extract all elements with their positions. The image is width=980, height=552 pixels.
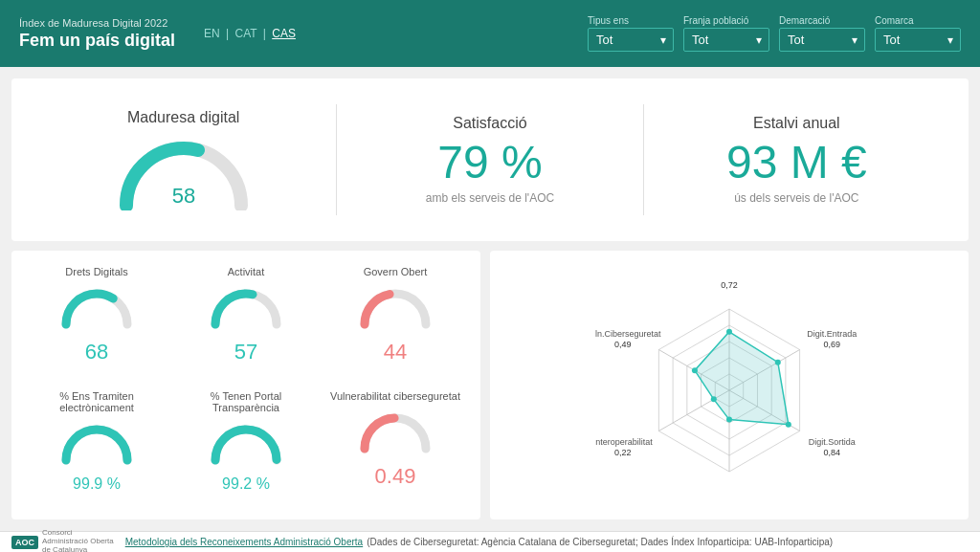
- svg-text:Digit.Entrada: Digit.Entrada: [807, 328, 857, 338]
- metric-item-1: Activitat 57: [176, 266, 316, 381]
- svg-text:0,69: 0,69: [823, 339, 840, 348]
- svg-text:Interoperabilitat: Interoperabilitat: [595, 436, 653, 446]
- filter-tipus-ens-label: Tipus ens: [588, 15, 674, 26]
- filter-franja-poblacio: Franja població Tot: [683, 15, 769, 52]
- metric-value-0: 68: [85, 340, 108, 364]
- filter-demarcacio: Demarcació Tot: [779, 15, 865, 52]
- metric-label-0: Drets Digitals: [65, 266, 127, 277]
- svg-point-15: [786, 421, 791, 427]
- footer-logo: AOC ConsorciAdministració Obertade Catal…: [11, 529, 114, 552]
- svg-text:0,72: 0,72: [721, 280, 738, 290]
- svg-text:Vuln.Ciberseguretat: Vuln.Ciberseguretat: [595, 328, 661, 338]
- metric-item-0: Drets Digitals 68: [27, 266, 167, 381]
- metric-gauge-svg-0: [54, 281, 140, 334]
- filters: Tipus ens Tot Franja població Tot Demarc…: [588, 15, 961, 52]
- metric-value-3: 99.9 %: [73, 475, 121, 493]
- header-main-title: Fem un país digital: [19, 31, 175, 51]
- metric-item-5: Vulnerabilitat ciberseguretat 0.49: [325, 390, 465, 505]
- metric-gauge-4: [203, 417, 289, 474]
- radar-chart: Contractació0,72Digit.Entrada0,69Digit.S…: [595, 280, 863, 491]
- metric-item-4: % Tenen Portal Transparència 99.2 %: [176, 390, 316, 505]
- metric-label-4: % Tenen Portal Transparència: [176, 390, 316, 413]
- filter-comarca-wrapper[interactable]: Tot: [875, 28, 961, 52]
- metric-label-1: Activitat: [228, 266, 265, 277]
- header-subtitle: Índex de Maduresa Digital 2022: [19, 17, 175, 29]
- bottom-row: Drets Digitals 68 Activitat 57 Govern Ob…: [11, 251, 969, 519]
- svg-point-16: [726, 416, 732, 422]
- svg-text:0,22: 0,22: [614, 447, 632, 456]
- metric-value-1: 57: [234, 340, 257, 364]
- logo-text: AOC: [11, 536, 38, 549]
- radar-panel: Contractació0,72Digit.Entrada0,69Digit.S…: [490, 251, 969, 519]
- svg-text:58: 58: [171, 184, 194, 208]
- metric-value-4: 99.2 %: [222, 475, 270, 493]
- kpi-estalvi-subtitle: ús dels serveis de l'AOC: [734, 191, 858, 205]
- kpi-satisfaccio: Satisfacció 79 % amb els serveis de l'AO…: [337, 115, 642, 205]
- svg-point-14: [775, 359, 781, 364]
- kpi-estalvi-value: 93 M €: [726, 140, 867, 186]
- metric-value-2: 44: [384, 340, 407, 364]
- footer-link[interactable]: Metodologia dels Reconeixements Administ…: [125, 537, 363, 547]
- metrics-panel: Drets Digitals 68 Activitat 57 Govern Ob…: [11, 251, 480, 519]
- metric-gauge-svg-5: [352, 406, 438, 458]
- kpi-maduresa-gauge: 58: [117, 134, 251, 210]
- filter-franja-wrapper[interactable]: Tot: [683, 28, 769, 52]
- footer: AOC ConsorciAdministració Obertade Catal…: [0, 531, 980, 552]
- kpi-satisfaccio-value: 79 %: [437, 140, 542, 186]
- kpi-satisfaccio-title: Satisfacció: [453, 115, 526, 132]
- svg-point-18: [692, 367, 698, 373]
- metric-label-5: Vulnerabilitat ciberseguretat: [330, 390, 460, 402]
- filter-franja-label: Franja població: [683, 15, 769, 26]
- metric-gauge-0: [54, 281, 140, 338]
- header-title: Índex de Maduresa Digital 2022 Fem un pa…: [19, 17, 175, 51]
- metric-value-5: 0.49: [375, 464, 416, 489]
- kpi-estalvi: Estalvi anual 93 M € ús dels serveis de …: [644, 115, 949, 205]
- filter-tipus-ens-select[interactable]: Tot: [588, 28, 674, 52]
- metric-gauge-svg-3: [54, 417, 140, 470]
- lang-cas[interactable]: CAS: [272, 27, 296, 40]
- filter-tipus-ens-wrapper[interactable]: Tot: [588, 28, 674, 52]
- main-content: Maduresa digital 58 Satisfacció 79 % amb…: [0, 67, 980, 531]
- kpi-satisfaccio-subtitle: amb els serveis de l'AOC: [426, 191, 554, 205]
- filter-franja-select[interactable]: Tot: [683, 28, 769, 52]
- metric-gauge-svg-1: [203, 281, 289, 334]
- kpi-estalvi-title: Estalvi anual: [753, 115, 840, 132]
- filter-comarca: Comarca Tot: [875, 15, 961, 52]
- lang-cat[interactable]: CAT: [235, 27, 257, 40]
- metric-label-2: Govern Obert: [364, 266, 428, 277]
- metric-gauge-3: [54, 417, 140, 474]
- metric-label-3: % Ens Tramiten electrònicament: [27, 390, 167, 413]
- filter-tipus-ens: Tipus ens Tot: [588, 15, 674, 52]
- metric-gauge-2: [352, 281, 438, 338]
- svg-text:Digit.Sortida: Digit.Sortida: [809, 436, 856, 446]
- metric-item-2: Govern Obert 44: [325, 266, 465, 381]
- svg-point-13: [726, 328, 732, 334]
- filter-comarca-label: Comarca: [875, 15, 961, 26]
- lang-en[interactable]: EN: [204, 27, 220, 40]
- svg-text:0,84: 0,84: [823, 447, 840, 456]
- metric-gauge-svg-2: [352, 281, 438, 334]
- kpi-maduresa-title: Maduresa digital: [127, 109, 239, 126]
- filter-demarcacio-select[interactable]: Tot: [779, 28, 865, 52]
- svg-marker-12: [695, 331, 789, 424]
- metric-gauge-1: [203, 281, 289, 338]
- filter-demarcacio-label: Demarcació: [779, 15, 865, 26]
- metric-gauge-svg-4: [203, 417, 289, 470]
- metric-gauge-5: [352, 406, 438, 462]
- header: Índex de Maduresa Digital 2022 Fem un pa…: [0, 0, 980, 67]
- svg-text:0,49: 0,49: [614, 339, 632, 348]
- kpi-row: Maduresa digital 58 Satisfacció 79 % amb…: [11, 78, 969, 241]
- maduresa-gauge-svg: 58: [117, 134, 251, 210]
- filter-comarca-select[interactable]: Tot: [875, 28, 961, 52]
- logo-subtitle: ConsorciAdministració Obertade Catalunya: [42, 529, 114, 552]
- metric-item-3: % Ens Tramiten electrònicament 99.9 %: [27, 390, 167, 505]
- filter-demarcacio-wrapper[interactable]: Tot: [779, 28, 865, 52]
- lang-switcher: EN | CAT | CAS: [204, 27, 296, 40]
- footer-note: (Dades de Ciberseguretat: Agència Catala…: [367, 537, 833, 547]
- svg-point-17: [711, 396, 717, 402]
- kpi-maduresa: Maduresa digital 58: [31, 109, 336, 210]
